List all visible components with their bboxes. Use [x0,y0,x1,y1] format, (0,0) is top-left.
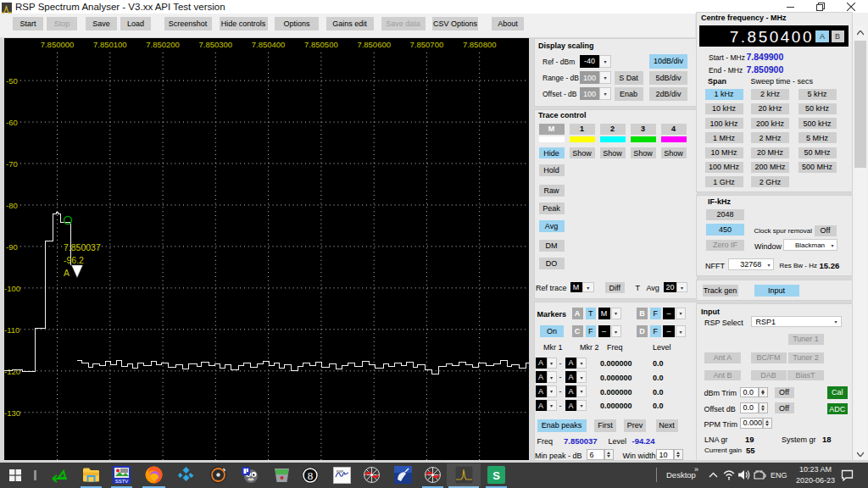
svg-text:7.850200: 7.850200 [146,40,180,49]
svg-text:SSTV: SSTV [115,479,129,484]
svg-text:7.850700: 7.850700 [410,40,444,49]
svg-text:7.850300: 7.850300 [198,40,232,49]
svg-text:-130: -130 [4,408,20,418]
svg-text:A: A [64,268,70,278]
svg-text:7.850100: 7.850100 [93,40,127,49]
svg-text:7.850000: 7.850000 [41,40,75,49]
svg-text:-70: -70 [6,159,18,169]
svg-text:-100: -100 [4,284,20,293]
svg-text:7.850500: 7.850500 [304,40,338,49]
svg-text:-90: -90 [6,242,18,252]
svg-text:7.850600: 7.850600 [357,40,391,49]
svg-text:7.850400: 7.850400 [252,40,286,49]
svg-text:-110: -110 [4,325,19,335]
svg-text:8: 8 [308,469,314,482]
svg-text:-96.2: -96.2 [64,255,84,265]
svg-text:RSP: RSP [337,469,344,474]
svg-text:S: S [492,469,500,482]
svg-text:-50: -50 [6,76,18,86]
svg-text:7.850037: 7.850037 [64,242,101,252]
svg-text:-60: -60 [6,118,18,127]
svg-text:-120: -120 [4,367,20,376]
svg-text:7.850800: 7.850800 [463,40,497,49]
svg-text:-80: -80 [6,201,18,210]
